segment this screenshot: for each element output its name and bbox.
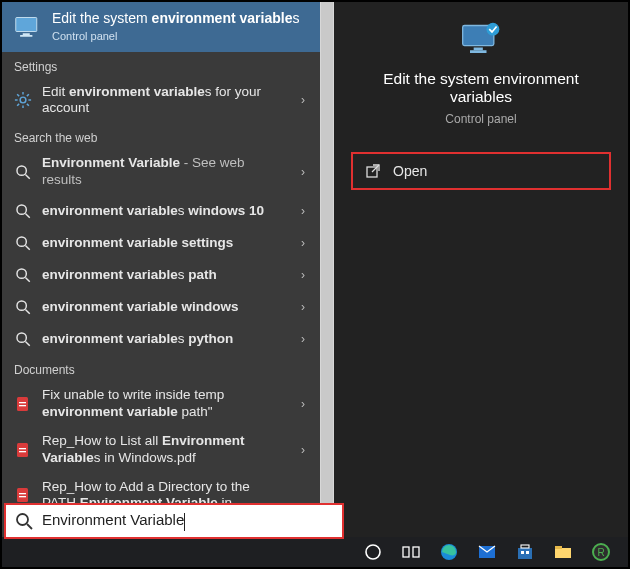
best-match-item[interactable]: Edit the system environment variables Co… xyxy=(2,2,320,52)
svg-line-11 xyxy=(17,104,19,106)
svg-line-23 xyxy=(25,341,29,345)
chrome-icon[interactable]: R xyxy=(584,537,618,567)
svg-rect-2 xyxy=(20,35,32,37)
svg-line-8 xyxy=(17,95,19,97)
svg-point-20 xyxy=(17,301,26,310)
web-result[interactable]: environment variable settings› xyxy=(2,227,320,259)
svg-rect-28 xyxy=(19,448,26,449)
search-icon xyxy=(14,234,32,252)
svg-point-22 xyxy=(17,333,26,342)
store-icon[interactable] xyxy=(508,537,542,567)
svg-line-15 xyxy=(25,213,29,217)
pane-scrollbar[interactable]: ⌄ xyxy=(320,2,334,537)
best-match-subtitle: Control panel xyxy=(52,30,299,42)
settings-item[interactable]: Edit environment variables for your acco… xyxy=(2,78,320,124)
search-box[interactable]: Environment Variable xyxy=(4,503,344,539)
chevron-right-icon: › xyxy=(296,443,310,457)
chevron-right-icon: › xyxy=(296,332,310,346)
section-search-web: Search the web xyxy=(2,123,320,149)
open-action[interactable]: Open xyxy=(351,152,611,190)
svg-rect-30 xyxy=(17,488,28,502)
document-result[interactable]: Rep_How to List all Environment Variable… xyxy=(2,427,320,473)
pdf-icon xyxy=(14,441,32,459)
best-match-title: Edit the system environment variables xyxy=(52,10,299,28)
svg-rect-48 xyxy=(526,551,529,554)
monitor-icon xyxy=(14,12,42,40)
svg-rect-35 xyxy=(470,50,486,53)
section-settings: Settings xyxy=(2,52,320,78)
pdf-icon xyxy=(14,486,32,504)
web-result[interactable]: environment variables path› xyxy=(2,259,320,291)
monitor-check-icon xyxy=(459,20,503,56)
svg-line-21 xyxy=(25,309,29,313)
search-results-pane: Edit the system environment variables Co… xyxy=(2,2,320,537)
document-result[interactable]: Fix unable to write inside temp environm… xyxy=(2,381,320,427)
svg-rect-31 xyxy=(19,493,26,494)
svg-rect-49 xyxy=(555,548,571,558)
search-icon xyxy=(14,266,32,284)
search-icon xyxy=(14,330,32,348)
svg-rect-26 xyxy=(19,405,26,406)
svg-point-3 xyxy=(20,97,26,103)
svg-point-14 xyxy=(17,205,26,214)
svg-point-18 xyxy=(17,269,26,278)
svg-rect-47 xyxy=(521,551,524,554)
chevron-right-icon: › xyxy=(296,397,310,411)
svg-rect-27 xyxy=(17,443,28,457)
svg-point-38 xyxy=(17,514,28,525)
chevron-right-icon: › xyxy=(296,268,310,282)
search-input[interactable]: Environment Variable xyxy=(42,511,336,530)
svg-rect-45 xyxy=(518,548,532,559)
svg-point-36 xyxy=(486,22,499,35)
svg-rect-25 xyxy=(19,402,26,403)
preview-subtitle: Control panel xyxy=(445,112,516,126)
svg-rect-34 xyxy=(474,47,483,50)
svg-rect-42 xyxy=(413,547,419,557)
svg-line-17 xyxy=(25,245,29,249)
chevron-right-icon: › xyxy=(296,93,310,107)
svg-rect-0 xyxy=(16,17,37,31)
svg-point-40 xyxy=(366,545,380,559)
chevron-right-icon: › xyxy=(296,300,310,314)
preview-title: Edit the system environment variables xyxy=(334,70,628,106)
svg-rect-32 xyxy=(19,496,26,497)
cortana-icon[interactable] xyxy=(356,537,390,567)
svg-line-10 xyxy=(27,95,29,97)
chevron-right-icon: › xyxy=(296,236,310,250)
gear-icon xyxy=(14,91,32,109)
svg-point-16 xyxy=(17,237,26,246)
svg-point-12 xyxy=(17,166,26,175)
search-icon xyxy=(14,511,34,531)
chevron-right-icon: › xyxy=(296,204,310,218)
preview-pane: Edit the system environment variables Co… xyxy=(334,2,628,537)
svg-line-19 xyxy=(25,277,29,281)
svg-text:R: R xyxy=(597,547,604,558)
open-external-icon xyxy=(365,163,381,179)
search-icon xyxy=(14,163,32,181)
search-icon xyxy=(14,298,32,316)
svg-rect-46 xyxy=(521,545,529,548)
svg-line-39 xyxy=(27,524,32,529)
mail-icon[interactable] xyxy=(470,537,504,567)
chevron-right-icon: › xyxy=(296,165,310,179)
svg-rect-1 xyxy=(23,33,30,35)
explorer-icon[interactable] xyxy=(546,537,580,567)
section-documents: Documents xyxy=(2,355,320,381)
pdf-icon xyxy=(14,395,32,413)
svg-rect-41 xyxy=(403,547,409,557)
web-result[interactable]: environment variables windows 10› xyxy=(2,195,320,227)
open-label: Open xyxy=(393,163,427,179)
svg-line-9 xyxy=(27,104,29,106)
taskbar: R xyxy=(2,537,628,567)
web-result[interactable]: Environment Variable - See web results› xyxy=(2,149,320,195)
web-result[interactable]: environment variables python› xyxy=(2,323,320,355)
svg-rect-29 xyxy=(19,451,26,452)
web-result[interactable]: environment variable windows› xyxy=(2,291,320,323)
edge-icon[interactable] xyxy=(432,537,466,567)
search-icon xyxy=(14,202,32,220)
svg-rect-50 xyxy=(555,546,562,549)
svg-rect-24 xyxy=(17,397,28,411)
svg-line-13 xyxy=(25,175,29,179)
task-view-icon[interactable] xyxy=(394,537,428,567)
